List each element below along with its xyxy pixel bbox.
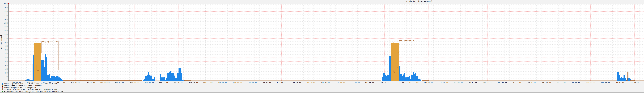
svg-text:4 M: 4 M (5, 64, 8, 66)
svg-text:Fri 06:00: Fri 06:00 (365, 81, 374, 83)
svg-text:15 M: 15 M (4, 22, 8, 24)
svg-text:Tue 15:00: Tue 15:00 (56, 81, 65, 83)
svg-text:9 M: 9 M (5, 45, 8, 47)
svg-text:Wed 00:00: Wed 00:00 (100, 81, 110, 83)
legend-item: Inbound subjected to link congestion (2, 87, 36, 89)
legend-item: Outbound [Current-8.39 , Average-565.21k… (2, 89, 58, 91)
svg-text:Sun 03:00: Sun 03:00 (586, 81, 595, 83)
svg-text:Wed 06:00: Wed 06:00 (130, 81, 139, 83)
svg-text:10 M: 10 M (4, 41, 8, 43)
svg-text:Fri 12:00: Fri 12:00 (395, 81, 404, 83)
svg-text:Thu 12:00: Thu 12:00 (277, 81, 286, 83)
svg-text:12 M: 12 M (4, 34, 8, 35)
svg-text:Fri 18:00: Fri 18:00 (424, 81, 433, 83)
legend-swatch (2, 89, 3, 91)
svg-text:Wed 18:00: Wed 18:00 (189, 81, 198, 83)
svg-text:Fri 15:00: Fri 15:00 (409, 81, 418, 83)
x-tick-labels: Tue 06:00Tue 09:00Tue 12:00Tue 15:00Tue … (12, 81, 644, 83)
svg-text:Tue 18:00: Tue 18:00 (71, 81, 80, 83)
svg-text:11 M: 11 M (4, 37, 8, 39)
svg-text:2 M: 2 M (5, 72, 8, 74)
svg-text:Sun 00:00: Sun 00:00 (571, 81, 580, 83)
svg-text:Thu 03:00: Thu 03:00 (233, 81, 242, 83)
svg-text:3 M: 3 M (5, 68, 8, 70)
legend-swatch (2, 87, 3, 89)
svg-text:Wed 21:00: Wed 21:00 (204, 81, 212, 83)
svg-text:Fri 21:00: Fri 21:00 (439, 81, 448, 83)
legend-item: Inbound [Current-493.51 , Average-463.50… (2, 83, 58, 85)
svg-text:Sun 12:00: Sun 12:00 (630, 81, 639, 83)
y-axis-arrow (8, 2, 9, 3)
svg-text:Thu 06:00: Thu 06:00 (248, 81, 256, 83)
svg-text:Sat 21:00: Sat 21:00 (556, 81, 566, 83)
legend-item-text: Outbound [Current-8.39 , Average-565.21k… (4, 89, 58, 91)
svg-text:Sat 09:00: Sat 09:00 (498, 81, 507, 83)
svg-text:Thu 21:00: Thu 21:00 (321, 81, 330, 83)
svg-text:Wed 15:00: Wed 15:00 (174, 81, 183, 83)
svg-text:Sun 09:00: Sun 09:00 (615, 81, 624, 83)
y-axis-title: bits per second (0, 35, 2, 49)
svg-text:17 M: 17 M (4, 14, 8, 16)
chart-canvas: Tue 06:00Tue 09:00Tue 12:00Tue 15:00Tue … (0, 0, 644, 93)
svg-text:16 M: 16 M (4, 18, 8, 20)
legend-item-text: Inbound with possible poor link performa… (4, 85, 42, 87)
svg-text:19 M: 19 M (4, 7, 8, 9)
legend-swatch (2, 83, 3, 85)
svg-text:Sun 06:00: Sun 06:00 (600, 81, 610, 83)
legend-item-text: Inbound [Current-493.51 , Average-463.50… (4, 83, 58, 85)
legend-item: Recommended consistent average(75%) for … (2, 91, 63, 92)
svg-text:Thu 18:00: Thu 18:00 (306, 81, 316, 83)
svg-text:0: 0 (6, 80, 8, 82)
svg-text:Sat 06:00: Sat 06:00 (483, 81, 492, 83)
svg-text:8 M: 8 M (5, 49, 8, 51)
svg-text:18 M: 18 M (4, 11, 8, 12)
svg-text:Sat 00:00: Sat 00:00 (454, 81, 462, 83)
svg-text:Sat 18:00: Sat 18:00 (542, 81, 551, 83)
svg-text:Fri 03:00: Fri 03:00 (350, 81, 360, 83)
legend-swatch (2, 91, 3, 92)
y-tick-labels: 01 M2 M3 M4 M5 M6 M7 M8 M9 M10 M11 M12 M… (4, 3, 8, 82)
svg-text:Wed 09:00: Wed 09:00 (144, 81, 154, 83)
svg-text:20 M: 20 M (4, 3, 8, 5)
svg-text:Fri 09:00: Fri 09:00 (380, 81, 389, 83)
svg-text:Thu 09:00: Thu 09:00 (262, 81, 271, 83)
legend-item-text: Inbound subjected to link congestion (4, 87, 36, 89)
svg-text:7 M: 7 M (5, 53, 8, 55)
svg-text:Wed 12:00: Wed 12:00 (159, 81, 168, 83)
legend-item-text: Recommended consistent average(75%) for … (4, 91, 63, 93)
svg-text:Fri 00:00: Fri 00:00 (336, 81, 345, 83)
svg-text:13 M: 13 M (4, 30, 8, 32)
svg-text:14 M: 14 M (4, 26, 8, 28)
svg-text:Sat 15:00: Sat 15:00 (527, 81, 536, 83)
legend-item: Inbound with possible poor link performa… (2, 85, 42, 87)
svg-text:6 M: 6 M (5, 57, 8, 59)
svg-text:Sat 03:00: Sat 03:00 (468, 81, 477, 83)
svg-text:1 M: 1 M (5, 76, 8, 78)
svg-text:Wed 03:00: Wed 03:00 (115, 81, 124, 83)
svg-text:Tue 21:00: Tue 21:00 (86, 81, 95, 83)
svg-text:Thu 15:00: Thu 15:00 (292, 81, 301, 83)
svg-text:5 M: 5 M (5, 61, 8, 62)
legend-swatch (2, 85, 3, 87)
svg-text:Sat 12:00: Sat 12:00 (512, 81, 522, 83)
rrdtool-bandwidth-graph: Weekly (15 Minute Average) Tue 06:00Tue … (0, 0, 644, 93)
svg-text:Thu 00:00: Thu 00:00 (218, 81, 227, 83)
